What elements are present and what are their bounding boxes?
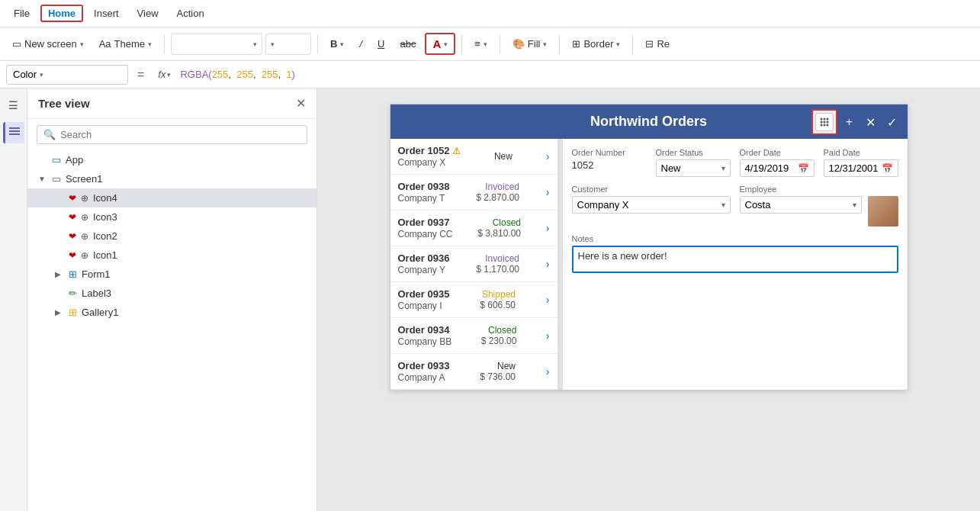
northwind-app: Northwind Orders <box>390 104 908 390</box>
bold-button[interactable]: B ▾ <box>324 35 350 53</box>
strikethrough-button[interactable]: abc <box>394 35 422 53</box>
list-item[interactable]: Order 0935 Company I Shipped $ 606.50 › <box>390 282 557 318</box>
fill-button[interactable]: 🎨 Fill ▾ <box>506 35 554 53</box>
form-icon: ⊞ <box>69 268 77 280</box>
warning-icon: ⚠ <box>452 146 461 156</box>
search-input[interactable] <box>60 129 300 140</box>
nw-check-button[interactable]: ✓ <box>883 113 901 131</box>
tree-item-label: Icon3 <box>93 211 117 223</box>
tree-search-container: 🔍 <box>37 125 307 144</box>
tree-item-label3[interactable]: ✏ Label3 <box>27 284 316 303</box>
new-screen-button[interactable]: ▭ New screen ▾ <box>6 35 90 53</box>
list-chevron: › <box>546 150 550 162</box>
tree-item-app[interactable]: ▭ App <box>27 150 316 169</box>
customer-select[interactable]: Company X ▾ <box>572 196 731 214</box>
tree-close-button[interactable]: ✕ <box>296 96 306 111</box>
notes-textarea[interactable]: Here is a new order! <box>572 246 898 273</box>
menu-home[interactable]: Home <box>40 5 83 22</box>
theme-icon: Aa <box>99 38 111 50</box>
tree-item-label: Icon1 <box>93 249 117 261</box>
app-icon: ▭ <box>52 154 61 166</box>
theme-caret: ▾ <box>148 40 152 48</box>
canvas-area: Northwind Orders <box>317 88 980 511</box>
employee-avatar <box>868 196 898 227</box>
property-dropdown[interactable]: Color ▾ <box>6 65 128 85</box>
tree-item-gallery1[interactable]: ▶ ⊞ Gallery1 <box>27 303 316 322</box>
tree-title: Tree view <box>38 97 90 110</box>
sep4 <box>500 35 500 53</box>
svg-point-10 <box>823 124 825 127</box>
font-size-caret: ▾ <box>271 40 275 48</box>
nw-icon-group <box>811 109 837 135</box>
border-icon: ⊞ <box>572 38 580 50</box>
menu-view[interactable]: View <box>130 5 166 22</box>
component-icon-plus: ⊕ <box>81 193 88 204</box>
nw-form-row-3: Notes Here is a new order! <box>572 234 898 273</box>
customer-caret: ▾ <box>721 201 725 209</box>
component-icon-plus2: ⊕ <box>81 231 88 242</box>
svg-point-4 <box>823 118 825 121</box>
list-item[interactable]: Order 0936 Company Y Invoiced $ 1,170.00… <box>390 246 557 282</box>
underline-button[interactable]: U <box>371 35 390 53</box>
tree-item-icon3[interactable]: ❤ ⊕ Icon3 <box>27 207 316 227</box>
tree-item-icon1[interactable]: ❤ ⊕ Icon1 <box>27 246 316 265</box>
nw-add-button[interactable]: + <box>840 113 859 131</box>
employee-select[interactable]: Costa ▾ <box>740 196 862 214</box>
list-chevron: › <box>546 258 550 270</box>
new-screen-icon: ▭ <box>12 38 21 50</box>
font-color-icon: A <box>432 37 441 50</box>
menu-action[interactable]: Action <box>169 5 212 22</box>
nw-form-row-1: Order Number 1052 Order Status New ▾ Ord… <box>572 148 898 177</box>
font-color-button[interactable]: A ▾ <box>425 33 455 55</box>
italic-button[interactable]: / <box>353 35 368 53</box>
list-chevron: › <box>546 186 550 198</box>
svg-point-11 <box>826 124 828 127</box>
svg-point-6 <box>820 121 822 124</box>
fx-button[interactable]: fx ▾ <box>153 69 175 80</box>
svg-rect-2 <box>9 127 20 129</box>
svg-point-3 <box>820 118 822 121</box>
list-item[interactable]: Order 0934 Company BB Closed $ 230.00 › <box>390 318 557 354</box>
font-caret: ▾ <box>253 40 257 48</box>
list-item[interactable]: Order 0937 Company CC Closed $ 3,810.00 … <box>390 211 557 246</box>
component-icon-red2: ❤ <box>69 231 76 242</box>
nw-header: Northwind Orders <box>390 104 908 139</box>
list-item[interactable]: Order 0933 Company A New $ 736.00 › <box>390 354 557 390</box>
list-chevron: › <box>546 329 550 342</box>
svg-rect-0 <box>9 130 20 132</box>
nw-close-button[interactable]: ✕ <box>862 113 880 131</box>
sep6 <box>632 35 633 53</box>
list-item[interactable]: Order 1052 ⚠ Company X New › <box>390 139 557 175</box>
theme-button[interactable]: Aa Theme ▾ <box>93 35 158 53</box>
svg-point-5 <box>826 118 828 121</box>
nw-grid-icon[interactable] <box>815 113 834 131</box>
tree-item-icon2[interactable]: ❤ ⊕ Icon2 <box>27 227 316 246</box>
tree-item-label: Icon4 <box>93 192 117 204</box>
nw-field-employee: Employee Costa ▾ <box>740 185 898 227</box>
border-caret: ▾ <box>616 40 620 48</box>
property-label: Color <box>13 69 37 80</box>
menu-file[interactable]: File <box>6 5 37 22</box>
nw-title: Northwind Orders <box>590 114 707 129</box>
sep5 <box>559 35 560 53</box>
svg-point-8 <box>826 121 828 124</box>
layers-icon-btn[interactable] <box>3 122 24 143</box>
paid-date-input[interactable]: 12/31/2001 📅 <box>824 159 898 177</box>
reorder-button[interactable]: ⊟ Re <box>639 35 676 53</box>
font-dropdown[interactable]: ▾ <box>171 34 262 55</box>
tree-item-icon4[interactable]: ❤ ⊕ Icon4 <box>27 188 316 207</box>
order-date-input[interactable]: 4/19/2019 📅 <box>740 159 815 177</box>
order-status-select[interactable]: New ▾ <box>656 159 731 177</box>
main-layout: ☰ Tree view ✕ 🔍 ▭ App <box>0 88 980 511</box>
border-button[interactable]: ⊞ Border ▾ <box>566 35 626 53</box>
align-button[interactable]: ≡ ▾ <box>468 35 493 53</box>
list-item[interactable]: Order 0938 Company T Invoiced $ 2,870.00… <box>390 175 557 211</box>
employee-caret: ▾ <box>853 201 856 209</box>
hamburger-icon-btn[interactable]: ☰ <box>3 95 24 116</box>
component-icon-red: ❤ <box>69 193 76 204</box>
menu-insert[interactable]: Insert <box>86 5 127 22</box>
nw-field-order-number: Order Number 1052 <box>572 148 647 177</box>
tree-item-form1[interactable]: ▶ ⊞ Form1 <box>27 265 316 284</box>
font-size-dropdown[interactable]: ▾ <box>265 34 311 55</box>
tree-item-screen1[interactable]: ▼ ▭ Screen1 <box>27 169 316 188</box>
